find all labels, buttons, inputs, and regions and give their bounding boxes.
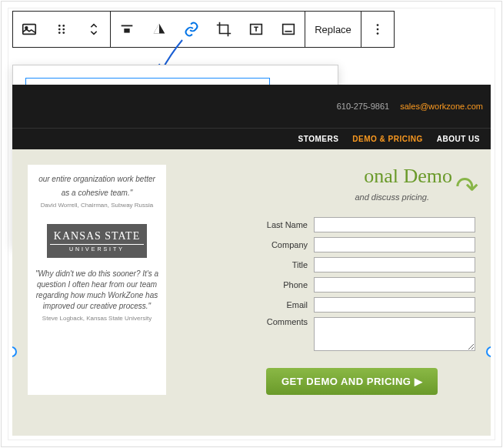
svg-rect-8 xyxy=(122,25,133,27)
header-phone: 610-275-9861 xyxy=(337,102,390,111)
testimonial-column: our entire organization work better as a… xyxy=(28,165,166,395)
nav-customers: STOMERS xyxy=(298,135,339,143)
link-icon[interactable] xyxy=(175,12,208,47)
move-arrows-icon[interactable] xyxy=(78,12,110,47)
nav-about: ABOUT US xyxy=(437,135,480,143)
svg-point-13 xyxy=(377,28,379,31)
company-field[interactable] xyxy=(314,237,475,252)
image-preview[interactable]: 610-275-9861 sales@workzone.com STOMERS … xyxy=(12,85,491,436)
drag-handle-icon[interactable] xyxy=(45,12,78,47)
svg-point-6 xyxy=(58,32,61,34)
svg-point-5 xyxy=(62,28,65,31)
title-field[interactable] xyxy=(314,257,475,272)
comments-field[interactable] xyxy=(314,317,475,351)
svg-point-3 xyxy=(62,25,65,27)
block-toolbar: Replace xyxy=(12,11,395,48)
crop-icon[interactable] xyxy=(208,12,240,47)
replace-button[interactable]: Replace xyxy=(305,12,361,47)
curve-arrow-icon: ↷ xyxy=(455,171,478,203)
phone-field[interactable] xyxy=(314,277,475,293)
demo-title: onal Demo↷ xyxy=(189,165,475,188)
align-icon[interactable] xyxy=(111,12,143,47)
site-header: 610-275-9861 sales@workzone.com xyxy=(12,85,491,128)
svg-point-2 xyxy=(58,25,61,27)
svg-point-12 xyxy=(377,24,379,26)
svg-point-4 xyxy=(58,28,61,31)
demo-subtitle: and discuss pricing. xyxy=(189,192,475,202)
svg-point-14 xyxy=(377,32,379,35)
svg-rect-0 xyxy=(23,25,36,35)
svg-point-7 xyxy=(62,32,65,34)
last-name-field[interactable] xyxy=(314,217,475,232)
email-field[interactable] xyxy=(314,297,475,313)
svg-rect-9 xyxy=(124,28,129,33)
more-options-icon[interactable] xyxy=(361,12,394,47)
text-overlay-icon[interactable] xyxy=(240,12,272,47)
kstate-logo: KANSAS STATE UNIVERSITY xyxy=(47,224,147,258)
image-block-icon[interactable] xyxy=(13,12,45,47)
get-demo-button[interactable]: GET DEMO AND PRICING ▶ xyxy=(266,368,438,395)
nav-demo: DEMO & PRICING xyxy=(352,135,422,143)
svg-rect-11 xyxy=(283,25,295,35)
caption-icon[interactable] xyxy=(272,12,305,47)
dual-tone-icon[interactable] xyxy=(143,12,175,47)
header-email: sales@workzone.com xyxy=(400,102,483,111)
demo-form-column: onal Demo↷ and discuss pricing. Last Nam… xyxy=(189,165,475,395)
